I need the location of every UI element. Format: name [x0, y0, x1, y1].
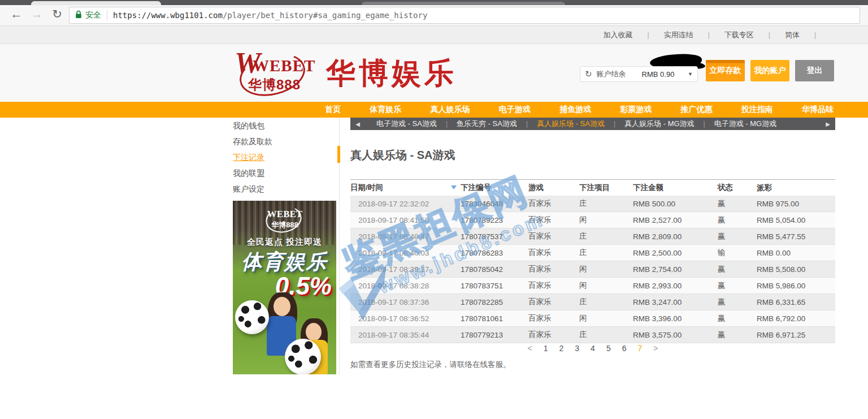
tab-scroll-left-icon[interactable]: ◀ [350, 121, 365, 127]
page-link[interactable]: 7 [637, 344, 642, 353]
sidebar-item[interactable]: 存款及取款 [233, 133, 338, 149]
sidebar-item[interactable]: 账户设定 [233, 181, 338, 197]
column-header[interactable]: 日期/时间 [350, 183, 461, 193]
address-bar[interactable]: 安全 https://www.wbg1101.com/player/bet_hi… [69, 7, 860, 24]
cell-status: 输 [718, 248, 757, 258]
sort-descending-icon[interactable] [451, 185, 457, 189]
nav-item[interactable]: 华博品味 [802, 105, 834, 115]
chevron-down-icon[interactable]: ▼ [688, 71, 693, 77]
main-nav-items: 首页 体育娱乐 真人娱乐场 电子游戏 捕鱼游戏 彩票游戏 推广优惠 投注指南 华… [325, 102, 834, 118]
logout-button[interactable]: 登出 [795, 60, 834, 81]
sidebar-item[interactable]: 我的联盟 [233, 165, 338, 181]
cell-bet-item: 庄 [579, 248, 633, 258]
cell-bet-id: 1780786283 [461, 249, 528, 257]
nav-item[interactable]: 首页 [325, 105, 341, 115]
cell-status: 赢 [718, 264, 757, 274]
nav-item[interactable]: 体育娱乐 [370, 105, 401, 115]
cell-datetime: 2018-09-17 08:37:36 [350, 298, 461, 306]
cell-status: 赢 [718, 313, 757, 323]
cell-status: 赢 [718, 280, 757, 291]
nav-item[interactable]: 彩票游戏 [620, 105, 652, 115]
url-domain: https://www.wbg1101.com [113, 11, 223, 20]
column-header[interactable]: 游戏 [528, 183, 579, 193]
tab-scroll-right-icon[interactable]: ▶ [821, 121, 835, 127]
screen: ← → ↻ 安全 https://www.wbg1101.com/player/… [0, 0, 868, 419]
cell-bet-amount: RMB 3,247.00 [633, 298, 718, 306]
url-text: https://www.wbg1101.com/player/bet_histo… [113, 11, 427, 20]
top-links-bar: 加入收藏 | 实用连结 | 下载专区 | 简体 | [0, 26, 868, 44]
nav-item[interactable]: 电子游戏 [499, 105, 531, 115]
sidebar-active-indicator [337, 146, 340, 163]
game-tab[interactable]: 鱼乐无穷 - SA游戏 [457, 119, 537, 129]
main-nav: 首页 体育娱乐 真人娱乐场 电子游戏 捕鱼游戏 彩票游戏 推广优惠 投注指南 华… [0, 102, 868, 118]
page-link[interactable]: 3 [575, 344, 579, 353]
cell-bet-id: 1780783751 [461, 282, 528, 290]
refresh-icon[interactable]: ↻ [49, 7, 66, 21]
cell-game: 百家乐 [528, 280, 579, 291]
cell-payout: RMB 6,792.00 [757, 314, 835, 323]
game-tab[interactable]: 电子游戏 - SA游戏 [376, 119, 457, 129]
game-tab[interactable]: 真人娱乐场 - MG游戏 [624, 119, 714, 129]
column-header[interactable]: 下注编号 [461, 183, 528, 193]
cell-datetime: 2018-09-17 08:40:47 [350, 232, 461, 241]
cell-bet-amount: RMB 2,754.00 [633, 265, 718, 274]
prev-page-link[interactable]: < [528, 344, 532, 353]
browser-tab[interactable] [31, 1, 161, 5]
page-link[interactable]: 2 [559, 344, 564, 353]
sidebar: 我的钱包 存款及取款 下注记录 我的联盟 账户设定 [233, 118, 338, 197]
nav-item[interactable]: 投注指南 [741, 105, 773, 115]
banner-logo: WEBET 华博888 [261, 205, 309, 235]
next-page-link[interactable]: > [653, 344, 658, 353]
column-header[interactable]: 状态 [718, 183, 757, 193]
lock-icon [75, 10, 82, 21]
page-title: 真人娱乐场 - SA游戏 [350, 148, 455, 163]
balance-dropdown[interactable]: ↻ 账户结余 RMB 0.90 ▼ [580, 66, 698, 82]
sidebar-item[interactable]: 下注记录 [233, 149, 338, 165]
game-history-tabbar: ◀ 电子游戏 - SA游戏 鱼乐无穷 - SA游戏 真人娱乐场 - SA游戏 真… [350, 118, 835, 130]
page-link[interactable]: 5 [606, 344, 611, 353]
page-link[interactable]: 4 [591, 344, 595, 353]
page-links: 1 2 3 4 5 6 7 [544, 344, 643, 353]
page-link[interactable]: 6 [622, 344, 627, 353]
site-logo[interactable]: W WEBET 华博888 华博娱乐 [233, 47, 457, 100]
sidebar-item[interactable]: 我的钱包 [233, 118, 338, 133]
cell-status: 赢 [718, 215, 757, 225]
logo-site-name: 华博娱乐 [326, 54, 457, 93]
table-row: 2018-09-17 22:32:02 1783046048 百家乐 庄 RMB… [350, 196, 835, 212]
refresh-balance-icon[interactable]: ↻ [585, 69, 592, 79]
cell-payout: RMB 5,986.00 [757, 282, 835, 290]
balance-value: RMB 0.90 [642, 70, 675, 79]
top-link[interactable]: 加入收藏 [604, 30, 633, 40]
top-link[interactable]: 简体 [785, 30, 800, 40]
logo-webet-text: WEBET [253, 57, 315, 75]
forward-icon[interactable]: → [28, 7, 45, 21]
cell-game: 百家乐 [528, 313, 579, 323]
top-link[interactable]: 下载专区 [724, 30, 754, 40]
logo-mark-icon: W WEBET 华博888 [233, 47, 318, 100]
nav-item[interactable]: 捕鱼游戏 [559, 105, 591, 115]
cell-payout: RMB 975.00 [757, 200, 835, 208]
table-row: 2018-09-17 08:41:50 1780789223 百家乐 闲 RMB… [350, 212, 835, 228]
ad-banner[interactable]: WEBET 华博888 全民返点 投注即送 体育娱乐 0.5% [233, 201, 336, 374]
column-header[interactable]: 下注金额 [633, 183, 718, 193]
soccer-ball-graphic [285, 339, 321, 374]
back-icon[interactable]: ← [8, 7, 25, 21]
table-row: 2018-09-17 08:37:36 1780782285 百家乐 庄 RMB… [350, 294, 835, 310]
top-link-separator: | [648, 31, 649, 39]
column-header[interactable]: 下注项目 [579, 183, 633, 193]
cell-game: 百家乐 [528, 215, 579, 225]
pagination: < 1 2 3 4 5 6 7 > [350, 344, 835, 353]
top-link-separator: | [814, 31, 816, 39]
table-row: 2018-09-17 08:40:47 1780787537 百家乐 庄 RMB… [350, 228, 835, 245]
page-link[interactable]: 1 [544, 344, 548, 353]
my-account-button[interactable]: 我的账户 [750, 60, 789, 81]
banner-logo-888: 华博888 [261, 220, 309, 230]
game-tab[interactable]: 电子游戏 - MG游戏 [714, 119, 777, 129]
cell-payout: RMB 5,477.55 [757, 232, 835, 241]
top-link[interactable]: 实用连结 [664, 30, 693, 40]
game-tab[interactable]: 真人娱乐场 - SA游戏 [537, 119, 624, 129]
nav-item[interactable]: 推广优惠 [681, 105, 713, 115]
deposit-button[interactable]: 立即存款 [706, 60, 745, 81]
column-header[interactable]: 派彩 [757, 183, 835, 193]
nav-item[interactable]: 真人娱乐场 [431, 105, 470, 115]
